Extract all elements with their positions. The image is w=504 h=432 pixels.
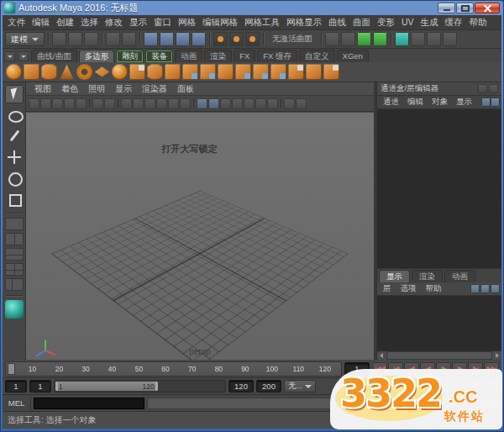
shelf-tab-menu-icon[interactable] [18,51,29,61]
close-button[interactable] [475,3,500,13]
menu-surfaces[interactable]: 曲面 [349,15,374,29]
pin-panel-icon[interactable] [478,84,487,93]
boolean-difference-icon[interactable] [253,64,269,80]
range-slider-track[interactable]: 1 120 [54,380,226,392]
playback-end-field[interactable]: 120 [228,380,254,392]
extract-icon[interactable] [218,64,234,80]
bookmark-icon[interactable] [64,98,75,109]
shelf-tab-rigging[interactable]: 装备 [145,50,173,62]
rotate-tool-icon[interactable] [5,169,24,187]
panel-menu-shading[interactable]: 着色 [56,83,83,95]
redo-icon[interactable] [122,32,136,46]
field-chart-icon[interactable] [156,98,167,109]
paint-select-tool-icon[interactable] [5,127,24,145]
smooth-icon[interactable] [288,64,304,80]
create-empty-layer-icon[interactable] [480,284,490,293]
create-layer-from-selected-icon[interactable] [491,284,500,293]
channel-edit-menu[interactable]: 编辑 [403,97,428,108]
shelf-tab-animation[interactable]: 动画 [175,50,202,62]
construction-history-icon[interactable] [325,32,339,46]
safe-action-icon[interactable] [168,98,179,109]
hypershade-layout-icon[interactable] [5,300,24,319]
two-d-pan-zoom-icon[interactable] [92,98,103,109]
render-settings-icon[interactable] [245,32,260,46]
poly-torus-icon[interactable] [76,64,92,80]
current-time-marker[interactable] [8,363,15,375]
range-slider-bar[interactable]: 1 120 [55,382,158,391]
symmetry-icon[interactable] [357,32,371,46]
isolate-select-icon[interactable] [284,98,295,109]
menu-modify[interactable]: 修改 [102,15,126,29]
grease-pencil-icon[interactable] [104,98,115,109]
lock-camera-icon[interactable] [40,98,51,109]
textured-icon[interactable] [220,98,231,109]
playback-start-field[interactable]: 1 [29,380,51,392]
lasso-select-tool-icon[interactable] [5,106,24,124]
snap-to-point-icon[interactable] [176,32,190,46]
use-all-lights-icon[interactable] [232,98,243,109]
menu-generate[interactable]: 生成 [417,15,442,29]
titlebar[interactable]: Autodesk Maya 2016: 无标题 [0,0,504,15]
menu-cache[interactable]: 缓存 [442,15,466,29]
menu-uv[interactable]: UV [398,15,417,29]
save-scene-icon[interactable] [84,32,98,46]
attribute-editor-toggle-icon[interactable] [411,32,425,46]
animation-start-field[interactable]: 1 [5,380,27,392]
layer-tab-anim[interactable]: 动画 [444,270,475,282]
camera-attributes-icon[interactable] [52,98,63,109]
command-input[interactable] [34,398,144,409]
layer-options-menu[interactable]: 选项 [396,283,421,294]
panel-menu-show[interactable]: 显示 [110,83,137,95]
menu-display[interactable]: 显示 [126,15,150,29]
layer-scrollbar[interactable] [377,350,501,360]
scale-tool-icon[interactable] [5,190,24,208]
selection-mask-icon[interactable] [341,32,355,46]
wireframe-icon[interactable] [197,98,207,109]
render-current-frame-icon[interactable] [229,32,244,46]
shelf-tab-sculpting[interactable]: 雕刻 [116,50,144,62]
scrollbar-thumb[interactable] [387,352,491,359]
panel-menu-lighting[interactable]: 照明 [83,83,110,95]
shelf-tab-rendering[interactable]: 渲染 [204,50,232,62]
layout-two-panes-side-button[interactable] [5,233,24,245]
shelf-tab-xgen[interactable]: XGen [337,50,369,62]
layout-single-pane-button[interactable] [5,218,24,230]
resolution-gate-icon[interactable] [133,98,144,109]
maximize-button[interactable] [456,3,474,13]
combine-icon[interactable] [182,64,198,80]
menu-edit[interactable]: 编辑 [29,15,53,29]
make-live-icon[interactable] [192,32,206,46]
x-ray-icon[interactable] [296,98,307,109]
menu-edit-mesh[interactable]: 编辑网格 [199,15,241,29]
layout-two-panes-stacked-button[interactable] [5,248,24,261]
manipulator-icon[interactable] [481,97,491,107]
menu-help[interactable]: 帮助 [466,15,491,29]
new-scene-icon[interactable] [52,32,66,46]
poly-cube-icon[interactable] [24,64,39,80]
safe-title-icon[interactable] [180,98,191,109]
modeling-toolkit-icon[interactable] [395,32,409,46]
speed-control-icon[interactable] [491,97,500,107]
animation-end-field[interactable]: 200 [256,380,281,392]
scroll-left-icon[interactable] [377,351,386,360]
channel-object-menu[interactable]: 对象 [428,97,452,108]
poly-cylinder-icon[interactable] [41,64,57,80]
snap-to-curve-icon[interactable] [160,32,174,46]
menu-curves[interactable]: 曲线 [325,15,349,29]
ambient-occlusion-icon[interactable] [255,98,266,109]
extrude-icon[interactable] [306,64,322,80]
channel-show-menu[interactable]: 显示 [452,97,476,108]
poly-cone-icon[interactable] [59,64,75,80]
boolean-intersection-icon[interactable] [270,64,286,80]
shelf-menu-icon[interactable] [4,51,15,61]
separate-icon[interactable] [200,64,216,80]
layer-tab-render[interactable]: 渲染 [412,270,443,282]
shelf-tab-polygons[interactable]: 多边形 [79,50,115,62]
character-set-dropdown[interactable]: 无... [284,380,316,392]
minimize-button[interactable] [438,3,455,13]
move-layer-up-icon[interactable] [470,284,480,293]
menu-deform[interactable]: 变形 [374,15,398,29]
close-panel-icon[interactable] [489,84,498,93]
shaded-icon[interactable] [208,98,219,109]
channels-menu[interactable]: 通道 [379,97,403,108]
